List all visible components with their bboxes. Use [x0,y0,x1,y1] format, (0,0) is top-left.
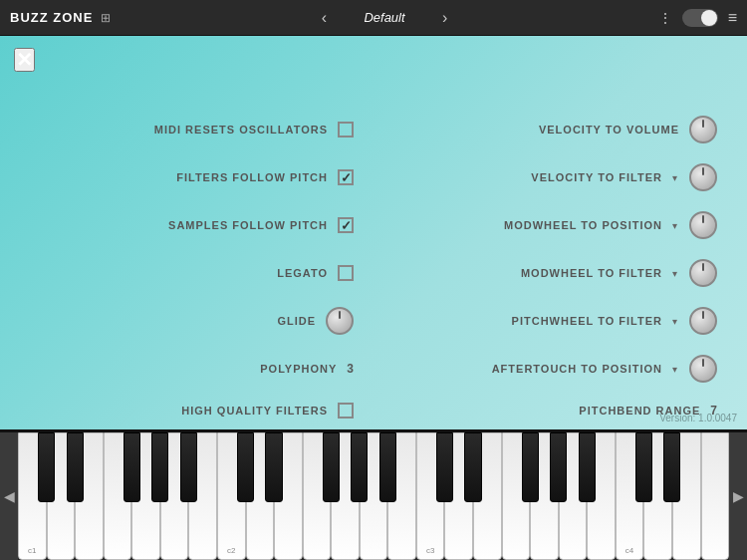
after-position-knob[interactable] [689,355,717,383]
header: BUZZ ZONE ⊞ ‹ Default › ⋮ ≡ [0,0,747,36]
glide-row: GLIDE [30,297,374,345]
grid-icon: ⊞ [101,11,111,25]
black-key-18[interactable] [550,432,567,502]
pitch-filter-dropdown-icon[interactable]: ▾ [672,316,677,327]
toggle-knob [701,10,717,26]
version-text: Version: 1.0.0047 [659,413,737,423]
piano-keys: c1c2c3c4 [18,432,729,560]
note-label-0: c1 [28,546,36,555]
pitch-filter-knob[interactable] [689,307,717,335]
header-center: ‹ Default › [316,7,454,29]
power-toggle[interactable] [682,9,718,27]
glide-label: GLIDE [277,315,316,327]
vel-filter-label: VELOCITY TO FILTER [531,171,662,183]
dots-menu-icon[interactable]: ⋮ [658,10,672,26]
black-key-7[interactable] [237,432,254,502]
vel-volume-label: VELOCITY TO VOLUME [539,124,679,136]
vel-filter-row: VELOCITY TO FILTER ▾ [374,153,717,201]
polyphony-row: POLYPHONY 3 [30,345,374,393]
filters-follow-label: FILTERS FOLLOW PITCH [176,171,328,183]
black-key-21[interactable] [635,432,652,502]
piano-nav-right[interactable]: ▶ [729,432,747,560]
black-key-15[interactable] [464,432,481,502]
mod-filter-knob[interactable] [689,259,717,287]
pitch-filter-row: PITCHWHEEL TO FILTER ▾ [374,297,717,345]
black-key-3[interactable] [124,432,140,502]
black-key-1[interactable] [67,432,84,502]
samples-follow-checkbox[interactable] [338,217,354,233]
settings-grid: MIDI RESETS OSCILLATORS VELOCITY TO VOLU… [0,106,747,428]
after-position-label: AFTERTOUCH TO POSITION [492,363,662,375]
after-position-row: AFTERTOUCH TO POSITION ▾ [374,345,717,393]
legato-row: LEGATO [30,249,374,297]
mod-filter-dropdown-icon[interactable]: ▾ [672,268,677,279]
black-key-0[interactable] [38,432,55,502]
high-quality-label: HIGH QUALITY FILTERS [181,405,328,417]
vel-volume-knob[interactable] [689,116,717,143]
black-key-4[interactable] [151,432,168,502]
filters-follow-row: FILTERS FOLLOW PITCH [30,153,374,201]
samples-follow-label: SAMPLES FOLLOW PITCH [168,219,328,231]
high-quality-checkbox[interactable] [338,403,354,419]
white-key-24[interactable] [701,432,730,560]
after-position-dropdown-icon[interactable]: ▾ [672,364,677,375]
midi-resets-row: MIDI RESETS OSCILLATORS [30,106,374,153]
mod-filter-label: MODWHEEL TO FILTER [521,267,662,279]
samples-follow-row: SAMPLES FOLLOW PITCH [30,201,374,249]
preset-name: Default [345,10,424,25]
black-key-22[interactable] [663,432,680,502]
header-left: BUZZ ZONE ⊞ [10,10,111,25]
piano-section: ◀ c1c2c3c4 ▶ [0,429,747,560]
black-key-5[interactable] [180,432,197,502]
close-button[interactable]: ✕ [14,48,35,72]
black-key-14[interactable] [436,432,453,502]
next-preset-button[interactable]: › [436,7,453,29]
high-quality-row: HIGH QUALITY FILTERS [30,393,374,428]
black-key-19[interactable] [579,432,596,502]
hamburger-icon[interactable]: ≡ [728,9,737,27]
black-key-10[interactable] [323,432,340,502]
vel-volume-row: VELOCITY TO VOLUME [374,106,717,153]
vel-filter-dropdown-icon[interactable]: ▾ [672,172,677,183]
piano-nav-left[interactable]: ◀ [0,432,18,560]
polyphony-label: POLYPHONY [260,363,337,375]
header-right: ⋮ ≡ [658,9,737,27]
mod-position-label: MODWHEEL TO POSITION [504,219,662,231]
legato-checkbox[interactable] [338,265,354,281]
note-label-14: c3 [426,546,434,555]
app-title: BUZZ ZONE [10,10,93,25]
mod-position-row: MODWHEEL TO POSITION ▾ [374,201,717,249]
black-key-11[interactable] [351,432,368,502]
black-key-17[interactable] [522,432,539,502]
note-label-21: c4 [625,546,633,555]
legato-label: LEGATO [277,267,328,279]
black-key-8[interactable] [265,432,282,502]
prev-preset-button[interactable]: ‹ [316,7,333,29]
main-content: ✕ MIDI RESETS OSCILLATORS VELOCITY TO VO… [0,36,747,429]
glide-knob[interactable] [326,307,354,335]
pitch-filter-label: PITCHWHEEL TO FILTER [512,315,662,327]
filters-follow-checkbox[interactable] [338,169,354,185]
black-key-12[interactable] [379,432,396,502]
mod-filter-row: MODWHEEL TO FILTER ▾ [374,249,717,297]
vel-filter-knob[interactable] [689,163,717,191]
midi-resets-checkbox[interactable] [338,122,354,138]
mod-position-dropdown-icon[interactable]: ▾ [672,220,677,231]
mod-position-knob[interactable] [689,211,717,239]
midi-resets-label: MIDI RESETS OSCILLATORS [154,124,328,136]
polyphony-value[interactable]: 3 [347,362,354,376]
note-label-7: c2 [227,546,235,555]
